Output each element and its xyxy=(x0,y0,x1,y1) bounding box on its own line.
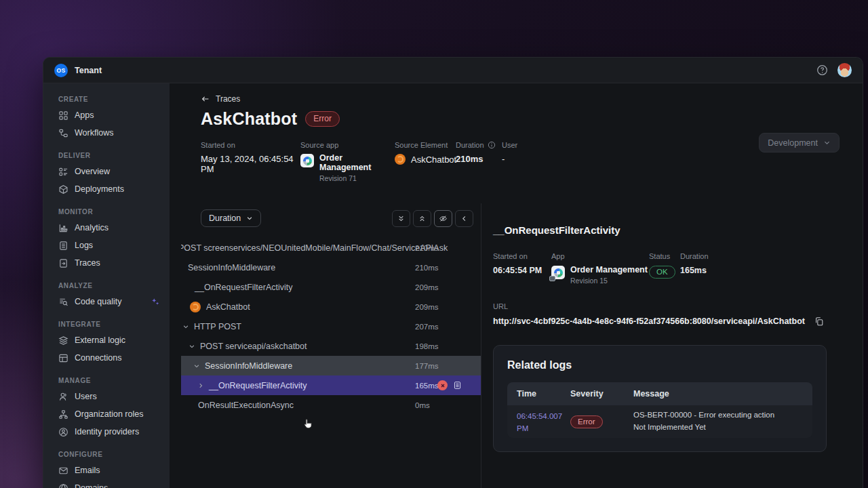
chevron-down-icon xyxy=(189,343,195,350)
span-duration-label: Duration xyxy=(680,252,709,260)
trace-row[interactable]: POST serviceapi/askchatbot 198ms xyxy=(181,336,481,356)
eye-slash-icon xyxy=(439,214,448,223)
sidebar-item-organization-roles[interactable]: Organization roles xyxy=(43,405,170,423)
trace-row[interactable]: HTTP POST 207ms xyxy=(181,317,481,336)
trace-row-selected[interactable]: __OnRequestFilterActivity 165ms xyxy=(181,375,481,395)
trace-row-duration: 207ms xyxy=(415,323,439,331)
source-app-revision: Revision 71 xyxy=(319,174,395,182)
mouse-cursor xyxy=(302,418,313,430)
environment-selector[interactable]: Development xyxy=(759,133,840,152)
top-bar: OS Tenant xyxy=(43,58,863,83)
sidebar-item-deployments[interactable]: Deployments xyxy=(43,180,170,198)
logs-icon xyxy=(58,241,68,251)
sidebar-item-label: Analytics xyxy=(75,223,108,232)
sidebar-item-label: Traces xyxy=(75,258,100,268)
sidebar-item-label: Code quality xyxy=(75,297,144,306)
sidebar-item-workflows[interactable]: Workflows xyxy=(43,124,170,142)
trace-row[interactable]: AskChatbot 209ms xyxy=(181,297,481,317)
source-app-label: Source app xyxy=(300,141,395,149)
organization-roles-icon xyxy=(58,409,68,420)
sidebar-item-emails[interactable]: Emails xyxy=(43,462,170,479)
log-table-row: 06:45:54.007 PM Error OS-BERT-00000 - Er… xyxy=(507,405,812,438)
order-management-app-icon xyxy=(300,154,314,167)
sidebar-item-label: Users xyxy=(75,392,97,401)
span-app-revision: Revision 15 xyxy=(570,277,648,285)
chevron-down-icon xyxy=(246,215,253,222)
sidebar-item-external-logic[interactable]: External logic xyxy=(43,331,170,349)
trace-row-label: OnResultExecutionAsync xyxy=(198,401,294,410)
sidebar-item-users[interactable]: Users xyxy=(43,388,170,405)
overview-icon xyxy=(58,167,68,177)
sidebar-item-connections[interactable]: Connections xyxy=(43,349,170,367)
sort-by-duration-button[interactable]: Duration xyxy=(201,209,261,227)
source-app-name: Order Management xyxy=(319,154,395,173)
trace-row-label: AskChatbot xyxy=(206,302,250,312)
span-started-label: Started on xyxy=(493,252,551,260)
domains-icon xyxy=(58,483,68,488)
collapse-panel-button[interactable] xyxy=(455,210,473,227)
sort-label: Duration xyxy=(209,214,241,223)
related-logs-card: Related logs Time Severity Message 06:45… xyxy=(493,345,827,452)
traces-icon xyxy=(58,258,68,268)
trace-row-hovered[interactable]: SessionInfoMiddleware 177ms xyxy=(181,356,481,375)
trace-row[interactable]: OnResultExecutionAsync 0ms xyxy=(181,395,481,415)
view-logs-icon[interactable] xyxy=(453,381,462,390)
double-chevron-down-icon xyxy=(397,215,405,222)
section-title-deliver: DELIVER xyxy=(43,148,170,163)
sidebar-item-label: Identity providers xyxy=(75,427,139,436)
help-icon[interactable] xyxy=(816,64,828,76)
askchatbot-element-icon xyxy=(395,154,406,165)
chevron-down-icon xyxy=(182,323,189,330)
copy-icon[interactable] xyxy=(814,317,824,326)
sidebar-item-label: Logs xyxy=(75,241,93,250)
trace-row-duration: 0ms xyxy=(415,401,430,409)
trace-row-label: __OnRequestFilterActivity xyxy=(209,381,307,390)
app-window: OS Tenant CREATE Apps Workflows xyxy=(43,58,863,488)
error-status-icon xyxy=(437,380,448,390)
sidebar-item-overview[interactable]: Overview xyxy=(43,163,170,180)
sidebar-item-identity-providers[interactable]: Identity providers xyxy=(43,423,170,441)
external-logic-icon xyxy=(58,336,68,346)
trace-row[interactable]: __OnRequestFilterActivity 209ms xyxy=(181,277,481,297)
section-title-create: CREATE xyxy=(43,92,170,106)
span-started-value: 06:45:54 PM xyxy=(493,266,551,275)
user-avatar[interactable] xyxy=(837,63,852,77)
sidebar-item-apps[interactable]: Apps xyxy=(43,106,170,124)
sidebar-item-code-quality[interactable]: Code quality xyxy=(43,293,170,310)
expand-all-button[interactable] xyxy=(392,210,410,227)
sparkle-icon xyxy=(151,297,160,306)
url-value: http://svc-4cbf925c-4a4b-4e8c-94f6-f52af… xyxy=(493,317,805,326)
workflows-icon xyxy=(58,128,68,138)
log-time-link[interactable]: 06:45:54.007 PM xyxy=(517,412,562,432)
service-badge-icon xyxy=(549,276,555,281)
double-chevron-up-icon xyxy=(418,215,426,222)
trace-row[interactable]: POST screenservices/NEOUnitedMobile/Main… xyxy=(181,238,481,258)
sidebar-item-analytics[interactable]: Analytics xyxy=(43,219,170,237)
duration-label: Duration xyxy=(456,141,484,149)
trace-row-duration: 209ms xyxy=(415,283,439,291)
main-content: Traces AskChatbot Error Development Star… xyxy=(170,83,863,488)
sidebar-item-logs[interactable]: Logs xyxy=(43,237,170,254)
breadcrumb[interactable]: Traces xyxy=(170,83,240,104)
trace-rows: POST screenservices/NEOUnitedMobile/Main… xyxy=(181,238,481,415)
info-icon[interactable] xyxy=(488,141,496,149)
collapse-all-button[interactable] xyxy=(413,210,431,227)
hide-details-button[interactable] xyxy=(434,210,452,227)
sidebar-item-traces[interactable]: Traces xyxy=(43,254,170,272)
environment-label: Development xyxy=(768,138,818,148)
sidebar-item-label: Organization roles xyxy=(75,409,143,419)
identity-providers-icon xyxy=(58,427,68,437)
sidebar-item-label: Workflows xyxy=(75,128,113,138)
sidebar-item-label: Deployments xyxy=(75,184,124,194)
trace-row-duration: 177ms xyxy=(415,362,439,370)
section-title-analyze: ANALYZE xyxy=(43,278,170,293)
related-logs-title: Related logs xyxy=(507,359,812,371)
sidebar-item-label: Apps xyxy=(75,110,94,120)
url-label: URL xyxy=(493,302,863,310)
trace-row-duration: 198ms xyxy=(415,342,439,350)
chevron-right-icon xyxy=(197,382,204,389)
log-message-line2: Not Implemented Yet xyxy=(633,422,806,434)
trace-row[interactable]: SessionInfoMiddleware 210ms xyxy=(181,258,481,277)
span-app-label: App xyxy=(551,252,649,260)
sidebar-item-domains[interactable]: Domains xyxy=(43,479,170,488)
